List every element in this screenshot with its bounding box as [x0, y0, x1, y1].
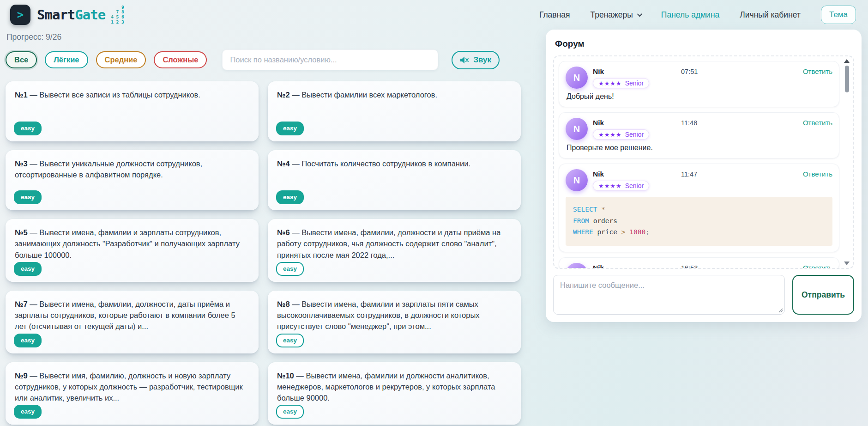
task-card-6[interactable]: №6 — Вывести имена, фамилии, должности и…: [268, 219, 521, 282]
message-time: 16:53: [681, 263, 803, 269]
task-card-4[interactable]: №4 — Посчитать количество сотрудников в …: [268, 150, 521, 210]
task-card-7[interactable]: №7 — Вывести имена, фамилии, должности, …: [6, 291, 259, 353]
message-text: Проверьте мое решение.: [567, 144, 832, 152]
message-time: 07:51: [681, 67, 803, 75]
difficulty-badge: easy: [14, 122, 42, 135]
sql-code-block: SELECT * FROM orders WHERE price > 1000;: [566, 197, 832, 246]
forum-message-list: N Nik ★★★★ Senior 07:51 Ответить: [553, 55, 854, 269]
message-author: Nik: [593, 67, 649, 76]
header: > SmartGate 9 7 8 4 5 6 1 2 3 Главная Тр…: [0, 0, 868, 30]
rank-badge: ★★★★ Senior: [593, 129, 649, 140]
filter-toolbar: Все Лёгкие Средние Сложные Звук: [6, 49, 526, 70]
tasks-column: Прогресс: 9/26 Все Лёгкие Средние Сложны…: [6, 30, 526, 425]
content: Прогресс: 9/26 Все Лёгкие Средние Сложны…: [0, 30, 868, 425]
difficulty-badge: easy: [14, 334, 42, 347]
rank-badge: ★★★★ Senior: [593, 181, 649, 191]
task-card-8[interactable]: №8 — Вывести имена, фамилии и зарплаты п…: [268, 291, 521, 353]
reply-link[interactable]: Ответить: [803, 169, 832, 178]
task-card-5[interactable]: №5 — Вывести имена, фамилии и зарплаты с…: [6, 219, 259, 282]
page: > SmartGate 9 7 8 4 5 6 1 2 3 Главная Тр…: [0, 0, 868, 426]
avatar: N: [566, 169, 588, 191]
task-card-10[interactable]: №10 — Вывести имена, фамилии и должности…: [268, 362, 521, 425]
message-input[interactable]: [553, 275, 785, 315]
search-input[interactable]: [222, 49, 438, 70]
reply-link[interactable]: Ответить: [803, 263, 832, 269]
forum-message: N Nik ★★★★ Senior 07:51 Ответить: [559, 61, 839, 107]
theme-button[interactable]: Тема: [821, 6, 856, 24]
difficulty-badge: easy: [14, 262, 42, 276]
message-time: 11:48: [681, 118, 803, 127]
forum-title: Форум: [555, 39, 854, 49]
forum-message: N Nik ★★★★ Senior 11:48 Ответить: [559, 112, 839, 158]
task-card-9[interactable]: №9 — Вывести имя, фамилию, должность и н…: [6, 362, 259, 425]
filter-medium-button[interactable]: Средние: [96, 51, 146, 68]
message-author: Nik: [593, 119, 649, 127]
message-author: Nik: [593, 170, 649, 178]
stars-icon: ★★★★: [598, 131, 622, 138]
task-card-2[interactable]: №2 — Вывести фамилии всех маркетологов. …: [268, 81, 521, 141]
scroll-up-arrow-icon[interactable]: [844, 59, 850, 63]
task-card-3[interactable]: №3 — Вывести уникальные должности сотруд…: [6, 150, 259, 210]
difficulty-badge: easy: [14, 190, 42, 204]
forum-panel: Форум N Nik ★★★★ Senior: [546, 30, 862, 322]
message-composer: Отправить: [553, 275, 854, 315]
reply-link[interactable]: Ответить: [803, 118, 832, 127]
message-time: 11:47: [681, 169, 803, 178]
avatar: N: [566, 118, 588, 140]
chevron-down-icon: [637, 12, 642, 17]
stars-icon: ★★★★: [598, 80, 622, 87]
logo-chevron-glyph: >: [17, 8, 24, 21]
avatar: N: [566, 67, 588, 89]
filter-all-button[interactable]: Все: [6, 51, 37, 68]
progress-label: Прогресс: 9/26: [6, 32, 526, 42]
rank-badge: ★★★★ Senior: [593, 78, 649, 88]
app-logo-icon[interactable]: >: [10, 5, 30, 25]
message-text: Добрый день!: [567, 92, 832, 101]
nav-trainers[interactable]: Тренажеры: [591, 10, 641, 20]
difficulty-badge: easy: [276, 405, 304, 419]
task-grid: №1 — Вывести все записи из таблицы сотру…: [6, 81, 526, 425]
filter-hard-button[interactable]: Сложные: [154, 51, 207, 68]
speaker-muted-icon: [460, 56, 470, 64]
scrollbar[interactable]: [843, 59, 850, 265]
brand-name-primary: Smart: [37, 7, 75, 23]
scroll-down-arrow-icon[interactable]: [844, 262, 850, 265]
nav-home[interactable]: Главная: [539, 10, 570, 20]
sound-toggle-button[interactable]: Звук: [452, 51, 500, 69]
forum-message: N Nik ★★★★ Senior 11:47 Ответить: [559, 164, 839, 252]
difficulty-badge: easy: [276, 262, 304, 276]
avatar: N: [566, 263, 588, 269]
main-nav: Главная Тренажеры Панель админа Личный к…: [539, 6, 856, 24]
reply-link[interactable]: Ответить: [803, 67, 832, 75]
nav-account[interactable]: Личный кабинет: [740, 10, 801, 20]
send-button[interactable]: Отправить: [792, 275, 854, 315]
stars-icon: ★★★★: [598, 183, 622, 189]
difficulty-badge: easy: [14, 405, 42, 419]
numpad-decoration: 9 7 8 4 5 6 1 2 3: [111, 5, 124, 25]
difficulty-badge: easy: [276, 334, 304, 347]
difficulty-badge: easy: [276, 122, 304, 135]
difficulty-badge: easy: [276, 190, 304, 204]
task-card-1[interactable]: №1 — Вывести все записи из таблицы сотру…: [6, 81, 259, 141]
message-author: Nik: [593, 264, 604, 269]
scrollbar-thumb[interactable]: [845, 66, 849, 92]
brand-name: SmartGate: [37, 7, 105, 23]
filter-easy-button[interactable]: Лёгкие: [45, 51, 88, 68]
brand-name-accent: Gate: [75, 7, 105, 23]
nav-admin-panel[interactable]: Панель админа: [661, 10, 719, 20]
forum-message-clipped: N Nik 16:53 Ответить: [559, 257, 839, 269]
